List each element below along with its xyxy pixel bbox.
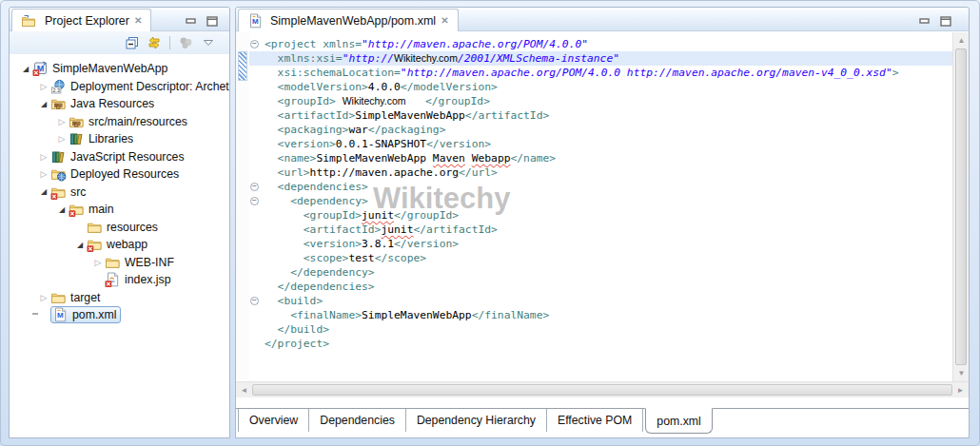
selected-tree-item[interactable]: Mpom.xml (50, 306, 121, 323)
close-icon[interactable]: ✕ (441, 15, 448, 26)
tree-item-index-jsp[interactable]: index.jsp (10, 271, 229, 289)
code-line[interactable]: <scope>test</scope> (249, 251, 952, 265)
tab-dependencies[interactable]: Dependencies (309, 409, 406, 432)
code-line[interactable]: <packaging>war</packaging> (249, 123, 952, 137)
code-line[interactable]: <artifactId>junit</artifactId> (249, 223, 952, 237)
scroll-right-icon[interactable]: ► (952, 382, 969, 398)
code-line[interactable]: <version>3.8.1</version> (249, 237, 952, 251)
xml-text: 4.0.0 (368, 81, 401, 93)
explorer-view-tab[interactable]: Project Explorer ✕ (11, 9, 151, 31)
code-line[interactable]: <version>0.0.1-SNAPSHOT</version> (249, 137, 952, 151)
vertical-scrollbar-thumb[interactable] (955, 48, 967, 365)
scroll-up-icon[interactable]: ▲ (953, 32, 970, 48)
code-line[interactable]: <finalName>SimpleMavenWebApp</finalName> (249, 308, 952, 322)
tree-item-libraries[interactable]: ▷Libraries (10, 130, 229, 148)
misspelled-text: Maven (433, 152, 465, 165)
code-line[interactable]: xsi:schemaLocation="http://maven.apache.… (249, 66, 952, 80)
code-line[interactable]: xmlns:xsi="http://Wikitechy.com/2001/XML… (249, 51, 952, 66)
collapsed-arrow-icon[interactable]: ▷ (37, 169, 50, 179)
view-menu-icon[interactable] (201, 35, 216, 50)
expanded-arrow-icon[interactable]: ◢ (73, 241, 87, 249)
tab-pom-xml[interactable]: pom.xml (645, 408, 712, 434)
link-with-editor-icon[interactable] (147, 35, 162, 50)
tab-effective-pom[interactable]: Effective POM (547, 409, 643, 432)
xml-tag: </dependency> (265, 266, 375, 279)
tree-item-src[interactable]: ◢src (10, 184, 229, 202)
range-indicator (238, 51, 247, 81)
scroll-down-icon[interactable]: ▼ (953, 365, 970, 381)
collapsed-arrow-icon[interactable]: ▷ (37, 82, 50, 91)
expanded-arrow-icon[interactable]: ◢ (55, 205, 69, 214)
tree-item-src-main-resources[interactable]: ▷src/main/resources (10, 113, 229, 131)
tree-item-java-resources[interactable]: ◢Java Resources (10, 95, 229, 113)
code-line[interactable]: <groupId>junit</groupId> (249, 208, 952, 223)
minimize-icon[interactable] (186, 13, 197, 24)
collapse-all-icon[interactable] (124, 35, 139, 50)
tree-item-web-inf[interactable]: ▷WEB-INF (10, 254, 229, 272)
vertical-scrollbar[interactable]: ▲ ▼ (952, 32, 969, 381)
tree-item-javascript-resources[interactable]: ▷JavaScript Resources (10, 148, 229, 166)
xml-tag: </artifactId> (413, 223, 497, 236)
collapsed-arrow-icon[interactable]: ▷ (91, 258, 105, 267)
annotation-ruler[interactable] (236, 32, 249, 379)
collapsed-arrow-icon[interactable]: ▷ (55, 134, 69, 144)
collapsed-arrow-icon[interactable]: ▷ (37, 293, 50, 302)
tree-item-pom-xml[interactable]: Mpom.xml (10, 306, 229, 324)
focus-on-task-icon[interactable] (178, 35, 193, 50)
svg-text:M: M (57, 312, 64, 320)
code-line[interactable]: </dependency> (249, 265, 952, 280)
fold-toggle-icon[interactable]: − (250, 297, 259, 305)
jsp-file-error-icon (105, 272, 121, 287)
collapsed-arrow-icon[interactable]: ▷ (37, 152, 50, 162)
tree-item-main[interactable]: ◢main (10, 201, 229, 219)
editor-tab[interactable]: M SimpleMavenWebApp/pom.xml ✕ (238, 9, 459, 31)
scroll-left-icon[interactable]: ◄ (236, 382, 252, 398)
watermark-text: Wikitechy.com (343, 95, 406, 107)
code-line[interactable]: <modelVersion>4.0.0</modelVersion> (249, 80, 952, 94)
code-line[interactable]: <artifactId>SimpleMavenWebApp</artifactI… (249, 108, 952, 123)
fold-toggle-icon[interactable]: − (250, 183, 259, 191)
tree-item-target[interactable]: ▷target (10, 289, 229, 307)
tree-item-label: Deployment Descriptor: Archet (70, 80, 229, 93)
xml-tag: </build> (265, 323, 329, 336)
expanded-arrow-icon[interactable]: ◢ (37, 187, 50, 196)
horizontal-scrollbar[interactable]: ◄ ► (236, 381, 969, 398)
fold-toggle-icon[interactable]: − (250, 197, 259, 205)
collapsed-arrow-icon[interactable]: ▷ (55, 117, 69, 126)
fold-toggle-icon[interactable]: − (250, 40, 259, 48)
code-line[interactable]: − <dependency> (249, 194, 952, 208)
maximize-icon[interactable] (206, 13, 218, 24)
tree-item-label: SimpleMavenWebApp (52, 62, 167, 75)
horizontal-scrollbar-thumb[interactable] (252, 384, 952, 396)
close-icon[interactable]: ✕ (134, 15, 142, 26)
pom-editor-page-tabs: Overview Dependencies Dependency Hierarc… (236, 408, 969, 435)
code-line[interactable]: </project> (249, 337, 952, 351)
code-line[interactable]: <groupId> Wikitechy.com </groupId> (249, 94, 952, 108)
code-line[interactable]: − <build> (249, 294, 952, 308)
tab-overview[interactable]: Overview (238, 409, 309, 432)
code-line[interactable]: </build> (249, 322, 952, 337)
code-line[interactable]: </dependencies> (249, 280, 952, 294)
code-line[interactable]: −<project xmlns="http://maven.apache.org… (249, 37, 952, 51)
expanded-arrow-icon[interactable]: ◢ (37, 100, 50, 108)
maximize-icon[interactable] (940, 13, 951, 24)
deployment-descriptor-icon: 2.3 (50, 79, 67, 94)
libraries-icon (50, 149, 67, 165)
code-line[interactable]: <name>SimpleMavenWebApp Maven Webapp</na… (249, 151, 952, 165)
tree-item-webapp[interactable]: ◢webapp (10, 236, 229, 254)
tree-item-deployment-descriptor-archet[interactable]: ▷2.3Deployment Descriptor: Archet (10, 78, 229, 96)
misspelled-text: Webapp (472, 152, 511, 165)
expanded-arrow-icon[interactable]: ◢ (19, 65, 32, 73)
tree-item-simplemavenwebapp[interactable]: ◢MSimpleMavenWebApp (10, 60, 229, 78)
tab-dependency-hierarchy[interactable]: Dependency Hierarchy (406, 409, 547, 432)
svg-text:M: M (252, 17, 259, 26)
xml-tag: </modelVersion> (401, 81, 498, 93)
xml-tag: </packaging> (368, 124, 446, 136)
code-line[interactable]: − <dependencies> (249, 180, 952, 194)
tree-item-resources[interactable]: resources (10, 219, 229, 237)
minimize-icon[interactable] (919, 13, 931, 24)
tree-item-label: resources (107, 221, 158, 234)
tree-item-deployed-resources[interactable]: ▷Deployed Resources (10, 165, 229, 184)
xml-source-area[interactable]: Wikitechy −<project xmlns="http://maven.… (249, 32, 952, 381)
code-line[interactable]: <url>http://maven.apache.org</url> (249, 165, 952, 180)
